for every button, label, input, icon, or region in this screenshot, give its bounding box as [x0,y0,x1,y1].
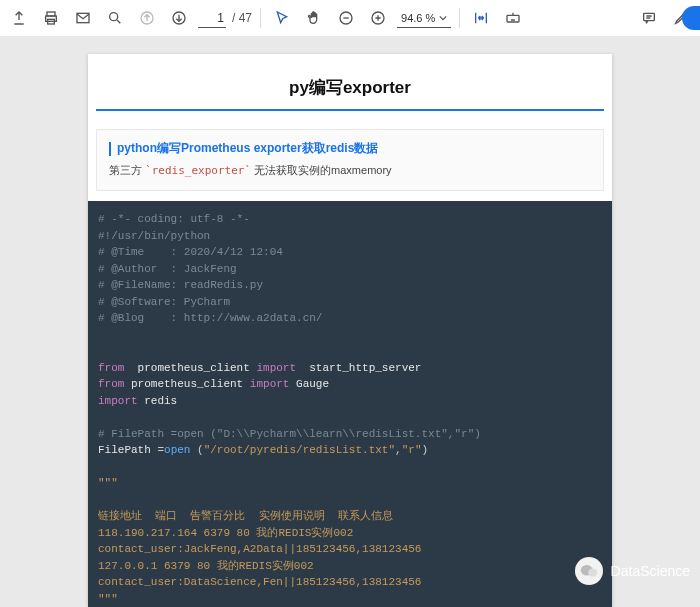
callout-inline-code: `redis_exporter` [145,164,251,177]
code-block: # -*- coding: utf-8 -*- #!/usr/bin/pytho… [88,201,612,607]
keyboard-icon[interactable] [500,5,526,31]
svg-point-4 [110,13,118,21]
upload-icon[interactable] [6,5,32,31]
zoom-in-icon[interactable] [365,5,391,31]
callout-box: python编写Prometheus exporter获取redis数据 第三方… [96,129,604,191]
watermark: DataScience [575,557,690,585]
zoom-dropdown[interactable]: 94.6 % [397,9,451,28]
zoom-out-icon[interactable] [333,5,359,31]
callout-accent [109,142,111,156]
toolbar-separator [260,8,261,28]
callout-body: 第三方 `redis_exporter` 无法获取实例的maxmemory [109,163,591,178]
svg-point-12 [588,568,597,576]
email-icon[interactable] [70,5,96,31]
comment-icon[interactable] [636,5,662,31]
document-stage: py编写exporter python编写Prometheus exporter… [0,36,700,607]
print-icon[interactable] [38,5,64,31]
watermark-label: DataScience [611,563,690,579]
search-icon[interactable] [102,5,128,31]
callout-title: python编写Prometheus exporter获取redis数据 [117,140,378,157]
watermark-avatar [575,557,603,585]
toolbar-separator [459,8,460,28]
fit-width-icon[interactable] [468,5,494,31]
page-total: / 47 [232,11,252,25]
page-number-input[interactable] [198,9,226,28]
svg-rect-10 [644,13,655,20]
next-page-icon[interactable] [166,5,192,31]
pointer-icon[interactable] [269,5,295,31]
callout-text-prefix: 第三方 [109,164,142,176]
side-panel-toggle[interactable] [682,6,700,30]
chevron-down-icon [439,14,447,22]
title-underline [96,109,604,111]
hand-icon[interactable] [301,5,327,31]
wechat-icon [580,564,598,578]
document-page: py编写exporter python编写Prometheus exporter… [88,54,612,607]
prev-page-icon[interactable] [134,5,160,31]
svg-rect-9 [507,15,519,22]
zoom-value: 94.6 % [401,12,435,24]
callout-text-suffix: 无法获取实例的maxmemory [254,164,392,176]
page-title: py编写exporter [88,54,612,109]
pdf-toolbar: / 47 94.6 % [0,0,700,37]
